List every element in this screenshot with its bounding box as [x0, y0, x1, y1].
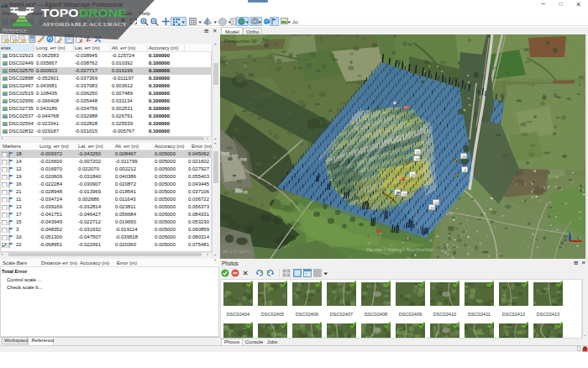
svg-text:19: 19 [402, 192, 407, 197]
svg-text:15: 15 [430, 206, 434, 210]
svg-text:AFFORDABLE ACCURACY: AFFORDABLE ACCURACY [42, 22, 128, 27]
svg-text:TOPODRONE: TOPODRONE [41, 7, 127, 19]
svg-text:13: 13 [434, 201, 438, 205]
svg-text:20: 20 [411, 173, 415, 177]
svg-text:16: 16 [462, 155, 466, 159]
svg-text:21: 21 [416, 150, 420, 155]
svg-text:Map data: © Mapbox © OpenStree: Map data: © Mapbox © OpenStreetMap [366, 247, 433, 252]
svg-text:44, 953 points: 44, 953 points [223, 249, 251, 254]
svg-text:Reference: Reference [3, 28, 28, 34]
svg-text:19: 19 [415, 157, 419, 161]
